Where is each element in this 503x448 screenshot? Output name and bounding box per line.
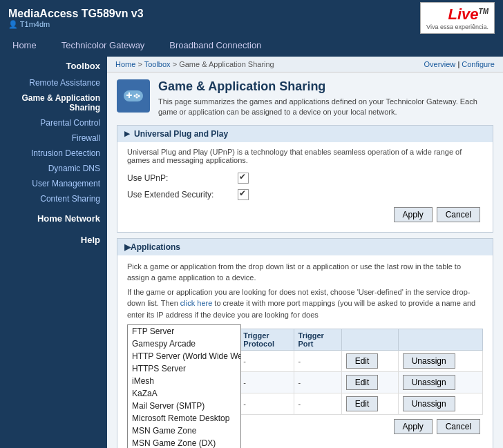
use-upnp-label: Use UPnP: [127,173,238,183]
apps-section: ▶ Applications Pick a game or applicatio… [117,238,493,448]
upnp-title: Universal Plug and Play [134,129,228,139]
unassign-btn-1[interactable]: Unassign [403,353,455,369]
page-title: Game & Application Sharing [158,79,493,94]
dropdown-item-msndx[interactable]: MSN Game Zone (DX) [128,437,240,448]
sidebar-item-dynamic-dns[interactable]: Dynamic DNS [0,161,107,176]
breadcrumb-current: Game & Application Sharing [179,60,274,68]
dropdown-item-msrd[interactable]: Microsoft Remote Desktop [128,412,240,425]
apps-desc2: If the game or application you are looki… [127,286,483,321]
page-title-block: Game & Application Sharing This page sum… [158,79,493,118]
breadcrumb-actions: Overview | Configure [424,60,495,68]
sidebar-home-network-heading: Home Network [0,209,107,228]
logo-area: LiveTM Viva essa experiência. [420,2,495,34]
nav-broadband-connection[interactable]: Broadband Connection [157,36,274,57]
cell-trigger-proto: - [239,393,294,415]
upnp-body: Universal Plug and Play (UPnP) is a tech… [117,142,493,232]
apps-section-header[interactable]: ▶ Applications [117,239,493,255]
sidebar-item-user-management[interactable]: User Management [0,176,107,191]
main-layout: Toolbox Remote Assistance Game & Applica… [0,57,503,448]
apps-title: Applications [131,242,180,252]
sidebar-item-parental-control[interactable]: Parental Control [0,115,107,130]
unassign-btn-3[interactable]: Unassign [403,396,455,411]
upnp-apply-button[interactable]: Apply [394,207,433,222]
sidebar-item-content-sharing[interactable]: Content Sharing [0,191,107,206]
sidebar-item-firewall[interactable]: Firewall [0,130,107,146]
logo-box: LiveTM Viva essa experiência. [420,2,495,34]
col-actions2 [398,329,482,351]
content-area: Home > Toolbox > Game & Application Shar… [107,57,503,448]
sidebar-item-remote-assistance[interactable]: Remote Assistance [0,75,107,90]
logo-sub: Viva essa experiência. [426,23,488,30]
use-extended-row: Use Extended Security: [127,186,483,203]
dropdown-item-kazaa[interactable]: KaZaA [128,387,240,400]
cell-trigger-port: - [294,372,341,393]
page-icon [117,79,150,113]
gamepad-icon [121,84,146,108]
use-upnp-value [238,173,249,184]
dropdown-item-mail[interactable]: Mail Server (SMTP) [128,400,240,412]
overview-link[interactable]: Overview [424,60,455,68]
apps-desc1: Pick a game or application from the drop… [127,261,483,284]
use-upnp-checkbox[interactable] [238,173,249,184]
edit-btn-3[interactable]: Edit [346,396,379,411]
cell-edit: Edit [341,351,398,372]
logo-live: LiveTM [448,6,488,23]
upnp-section: ▶ Universal Plug and Play Universal Plug… [117,125,493,233]
upnp-cancel-button[interactable]: Cancel [437,207,480,222]
svg-point-6 [136,97,138,99]
apps-body: Pick a game or application from the drop… [117,255,493,448]
unassign-btn-2[interactable]: Unassign [403,375,455,390]
user-icon: 👤 [8,20,18,28]
upnp-description: Universal Plug and Play (UPnP) is a tech… [127,148,483,164]
apps-arrow-icon: ▶ [124,242,131,252]
app-title: MediaAccess TG589vn v3 [8,8,144,20]
dropdown-item-gamespy[interactable]: Gamespy Arcade [128,338,240,350]
sidebar-item-intrusion-detection[interactable]: Intrusion Detection [0,146,107,161]
svg-point-5 [134,95,136,97]
dropdown-list[interactable]: FTP Server Gamespy Arcade HTTP Server (W… [127,324,241,448]
header-left: MediaAccess TG589vn v3 👤 T1m4dm [8,8,144,29]
configure-link[interactable]: Configure [462,60,495,68]
breadcrumb-toolbox[interactable]: Toolbox [144,60,171,68]
click-here-link[interactable]: click here [180,299,212,307]
sidebar-item-game-app-sharing[interactable]: Game & Application Sharing [0,90,107,115]
nav-bar: Home Technicolor Gateway Broadband Conne… [0,36,503,57]
apps-main-row: FTP Server Gamespy Arcade HTTP Server (W… [127,324,483,448]
svg-point-4 [138,95,140,97]
username: T1m4dm [20,20,50,28]
use-extended-label: Use Extended Security: [127,190,238,199]
page-description: This page summarizes the games and appli… [158,97,493,118]
upnp-section-header[interactable]: ▶ Universal Plug and Play [117,126,493,142]
cell-unassign: Unassign [398,372,482,393]
cell-unassign: Unassign [398,393,482,415]
cell-edit: Edit [341,393,398,415]
nav-technicolor-gateway[interactable]: Technicolor Gateway [49,36,158,57]
col-actions [341,329,398,351]
apps-apply-button[interactable]: Apply [394,419,433,434]
cell-trigger-proto: - [239,372,294,393]
upnp-arrow-icon: ▶ [124,130,130,137]
svg-point-3 [136,94,138,96]
nav-home[interactable]: Home [0,36,49,57]
cell-unassign: Unassign [398,351,482,372]
col-trigger-port: TriggerPort [294,329,341,351]
dropdown-item-https[interactable]: HTTPS Server [128,362,240,375]
edit-btn-1[interactable]: Edit [346,353,379,369]
dropdown-item-http[interactable]: HTTP Server (World Wide Web) [128,350,240,362]
dropdown-item-ftp[interactable]: FTP Server [128,325,240,338]
dropdown-item-imesh[interactable]: iMesh [128,375,240,387]
cell-trigger-proto: - [239,351,294,372]
header: MediaAccess TG589vn v3 👤 T1m4dm LiveTM V… [0,0,503,36]
sidebar: Toolbox Remote Assistance Game & Applica… [0,57,107,448]
use-extended-checkbox[interactable] [238,189,249,200]
cell-trigger-port: - [294,393,341,415]
use-upnp-row: Use UPnP: [127,170,483,186]
use-extended-value [238,189,249,200]
sidebar-toolbox-heading: Toolbox [0,57,107,75]
edit-btn-2[interactable]: Edit [346,375,379,390]
breadcrumb: Home > Toolbox > Game & Application Shar… [115,60,274,68]
breadcrumb-home[interactable]: Home [115,60,135,68]
apps-cancel-button[interactable]: Cancel [437,419,480,434]
dropdown-item-msn[interactable]: MSN Game Zone [128,425,240,437]
sidebar-help-heading: Help [0,231,107,249]
